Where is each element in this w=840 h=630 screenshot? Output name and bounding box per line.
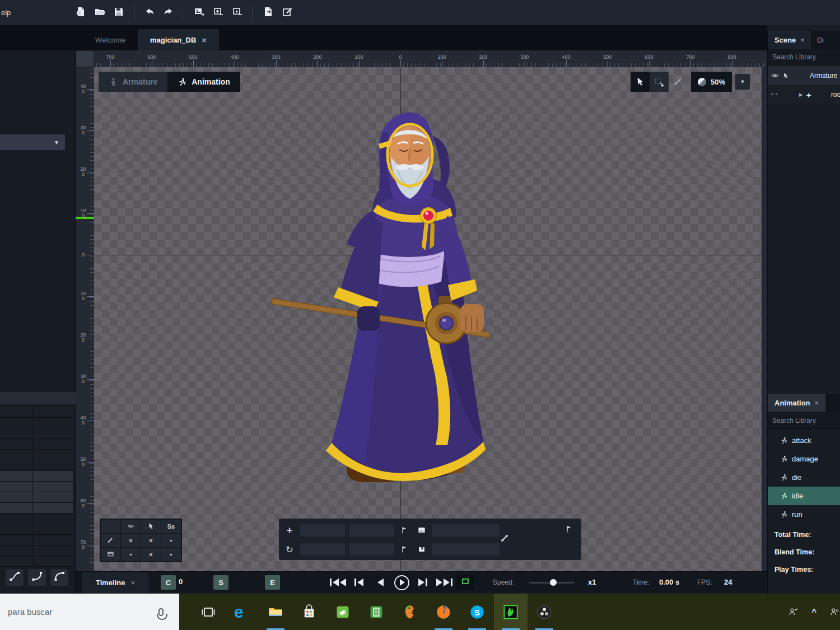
scene-tab[interactable]: Scene ×: [768, 31, 811, 49]
cursor-icon[interactable]: [782, 72, 789, 79]
go-to-start-button[interactable]: [329, 575, 347, 590]
import-animation-button[interactable]: [230, 6, 245, 20]
dot-toggle[interactable]: •: [121, 548, 141, 561]
ease-curve-out-button[interactable]: [50, 569, 68, 586]
bookmark-icon[interactable]: [416, 543, 428, 556]
dot-toggle[interactable]: •: [161, 534, 181, 547]
transform-tool-button[interactable]: [650, 72, 669, 92]
keyframe-flag-icon[interactable]: [399, 543, 411, 556]
import-armature-button[interactable]: [211, 6, 226, 20]
file-explorer-taskbar-button[interactable]: [259, 594, 292, 630]
canvas-scrollbar[interactable]: [762, 67, 767, 571]
eye-toggle[interactable]: [121, 520, 141, 533]
export-button[interactable]: [261, 6, 276, 20]
zoom-dropdown-button[interactable]: ▼: [735, 74, 750, 90]
edge-taskbar-button[interactable]: e: [225, 594, 259, 630]
play-button[interactable]: [393, 575, 410, 590]
next-frame-button[interactable]: [414, 575, 432, 590]
end-frame-button[interactable]: E: [265, 575, 280, 590]
zoom-control[interactable]: 50%: [691, 72, 732, 92]
scale-field[interactable]: [349, 543, 394, 556]
transform-extra-field-1[interactable]: [432, 524, 500, 536]
table-row[interactable]: [0, 524, 73, 535]
ease-curve-in-button[interactable]: [28, 569, 46, 586]
ease-curve-linear-button[interactable]: [6, 569, 24, 586]
close-icon[interactable]: ×: [130, 578, 135, 587]
armature-tree-item[interactable]: Armature: [768, 66, 840, 85]
obs-taskbar-button[interactable]: [528, 594, 561, 630]
position-x-field[interactable]: [300, 524, 345, 536]
root-tree-item[interactable]: • • ▶ + root: [768, 85, 840, 104]
microphone-icon[interactable]: [158, 608, 164, 616]
import-image-button[interactable]: [192, 6, 207, 20]
image-icon[interactable]: [416, 524, 428, 536]
select-tool-button[interactable]: [631, 72, 650, 92]
stage-canvas[interactable]: Armature Animation 50% ▼ Ss××••×• +: [94, 67, 762, 571]
notes-app-taskbar-button[interactable]: [360, 594, 393, 630]
animation-item-attack[interactable]: attack: [768, 431, 840, 450]
store-taskbar-button[interactable]: [292, 594, 326, 630]
animation-tab[interactable]: Animation ×: [768, 394, 825, 412]
table-row[interactable]: [0, 428, 73, 439]
table-row[interactable]: [0, 482, 73, 492]
expand-arrow-icon[interactable]: ▶: [799, 92, 803, 97]
rotation-field[interactable]: [300, 543, 345, 556]
previous-frame-button[interactable]: [371, 575, 389, 590]
next-keyframe-button[interactable]: [435, 575, 453, 590]
pen-toggle[interactable]: [101, 534, 120, 547]
animation-mode-button[interactable]: Animation: [167, 72, 240, 92]
create-keyframe-button[interactable]: C: [161, 575, 176, 590]
position-y-field[interactable]: [349, 524, 394, 536]
curve-value-table[interactable]: [0, 407, 73, 567]
animation-item-die[interactable]: die: [768, 468, 840, 487]
table-row[interactable]: [0, 545, 73, 556]
chevron-up-icon[interactable]: ^: [811, 607, 816, 617]
scene-search-input[interactable]: [768, 49, 840, 66]
animation-item-idle[interactable]: idle: [768, 487, 840, 505]
eye-icon[interactable]: [771, 72, 779, 80]
display-tab[interactable]: Di: [817, 36, 824, 44]
transform-extra-field-2[interactable]: [432, 543, 500, 556]
keyframe-flag-icon[interactable]: [563, 523, 576, 535]
sharex-taskbar-button[interactable]: [326, 594, 360, 630]
new-project-button[interactable]: [73, 6, 88, 20]
card-toggle[interactable]: [101, 548, 120, 561]
x-toggle[interactable]: ×: [141, 548, 161, 561]
loop-button[interactable]: [456, 575, 474, 590]
table-row[interactable]: [0, 556, 73, 567]
skype-taskbar-button[interactable]: S: [460, 594, 494, 630]
table-row[interactable]: [0, 503, 73, 514]
redo-button[interactable]: [161, 6, 176, 20]
magician-character[interactable]: [263, 109, 498, 496]
left-dropdown[interactable]: ▼: [0, 134, 65, 150]
help-menu[interactable]: elp: [1, 8, 24, 17]
x-toggle[interactable]: ×: [141, 534, 161, 547]
setup-pose-button[interactable]: S: [213, 575, 228, 590]
close-icon[interactable]: ×: [815, 399, 819, 407]
firefox-taskbar-button[interactable]: [427, 594, 460, 630]
table-row[interactable]: [0, 460, 73, 471]
table-row[interactable]: [0, 407, 73, 418]
task-view-taskbar-button[interactable]: [192, 594, 225, 630]
table-row[interactable]: [0, 450, 73, 460]
table-row[interactable]: [0, 418, 73, 428]
previous-keyframe-button[interactable]: [350, 575, 368, 590]
table-row[interactable]: [0, 471, 73, 482]
cursor-toggle[interactable]: [141, 520, 161, 533]
x-toggle[interactable]: ×: [121, 534, 141, 547]
onion-skin-toggle[interactable]: Ss: [161, 520, 181, 533]
table-row[interactable]: [0, 492, 73, 503]
plus-icon[interactable]: +: [806, 90, 811, 100]
close-icon[interactable]: ×: [202, 35, 207, 45]
parrot-app-taskbar-button[interactable]: [393, 594, 427, 630]
taskbar-search-box[interactable]: para buscar: [0, 594, 179, 630]
dragonbones-taskbar-button[interactable]: [494, 594, 528, 630]
dot-toggle[interactable]: •: [161, 548, 181, 561]
open-project-button[interactable]: [92, 6, 107, 20]
armature-mode-button[interactable]: Armature: [99, 72, 167, 92]
table-row[interactable]: [0, 439, 73, 450]
timeline-tab[interactable]: Timeline ×: [82, 572, 148, 593]
animation-search-input[interactable]: [768, 412, 840, 429]
keyframe-flag-icon[interactable]: [399, 524, 411, 536]
contacts-icon[interactable]: [829, 606, 840, 618]
